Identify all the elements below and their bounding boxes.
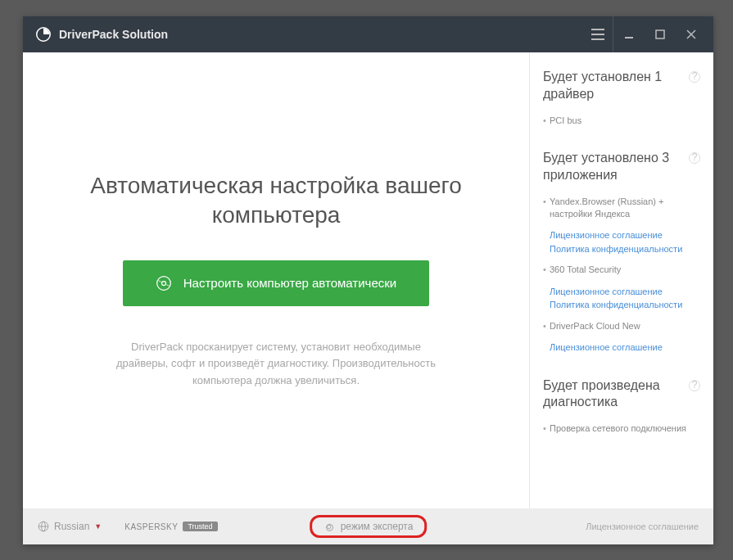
license-link[interactable]: Лицензионное соглашение	[543, 285, 700, 299]
maximize-button[interactable]	[645, 16, 676, 52]
privacy-link[interactable]: Политика конфиденциальности	[543, 298, 700, 312]
minimize-icon	[623, 29, 635, 40]
app-item: Yandex.Browser (Russian) + настройки Янд…	[543, 196, 700, 256]
main-panel: Автоматическая настройка вашего компьюте…	[23, 52, 529, 508]
globe-icon	[38, 521, 49, 532]
driver-item: PCI bus	[543, 115, 700, 127]
chevron-down-icon: ▼	[94, 522, 102, 531]
diag-title: Будет произведена диагностика	[543, 377, 684, 412]
app-title: DriverPack Solution	[59, 28, 168, 41]
license-link[interactable]: Лицензионное соглашение	[543, 228, 700, 242]
app-item: 360 Total Security Лицензионное соглашен…	[543, 264, 700, 311]
maximize-icon	[654, 29, 666, 40]
minimize-button[interactable]	[613, 16, 645, 52]
diagnostics-section: Будет произведена диагностика ? Проверка…	[543, 377, 700, 436]
svg-rect-1	[656, 30, 664, 38]
menu-button[interactable]	[582, 16, 613, 52]
main-description: DriverPack просканирует систему, установ…	[104, 339, 448, 390]
help-icon[interactable]: ?	[689, 380, 700, 391]
expert-label: режим эксперта	[341, 521, 414, 532]
drivers-title: Будет установлен 1 драйвер	[543, 69, 684, 103]
apps-title: Будет установлено 3 приложения	[543, 150, 684, 184]
license-agreement-link[interactable]: Лицензионное соглашение	[586, 522, 699, 531]
app-item: DriverPack Cloud New Лицензионное соглаш…	[543, 320, 700, 355]
footer: Russian ▼ KASPERSKY Trusted режим экспер…	[23, 508, 713, 544]
svg-point-3	[161, 281, 165, 285]
app-window: DriverPack Solution Автоматическая настр…	[23, 16, 713, 544]
close-button[interactable]	[676, 16, 707, 52]
gear-icon	[324, 522, 334, 532]
app-logo: DriverPack Solution	[36, 27, 168, 42]
help-icon[interactable]: ?	[689, 71, 700, 83]
apps-section: Будет установлено 3 приложения ? Yandex.…	[543, 150, 700, 355]
app-name: 360 Total Security	[543, 264, 700, 276]
auto-setup-button[interactable]: Настроить компьютер автоматически	[123, 260, 429, 306]
language-label: Russian	[54, 521, 89, 532]
license-link[interactable]: Лицензионное соглашение	[543, 341, 700, 355]
close-icon	[685, 29, 697, 40]
app-name: Yandex.Browser (Russian) + настройки Янд…	[543, 196, 700, 221]
kaspersky-label: KASPERSKY	[124, 522, 178, 531]
trusted-text: Trusted	[183, 522, 217, 531]
hamburger-icon	[591, 29, 604, 40]
sidebar: Будет установлен 1 драйвер ? PCI bus Буд…	[529, 52, 713, 508]
expert-mode-button[interactable]: режим эксперта	[310, 515, 428, 538]
svg-point-2	[156, 276, 170, 290]
drivers-section: Будет установлен 1 драйвер ? PCI bus	[543, 69, 700, 127]
language-selector[interactable]: Russian ▼	[38, 521, 102, 532]
diag-item: Проверка сетевого подключения	[543, 422, 700, 435]
help-icon[interactable]: ?	[689, 152, 700, 164]
trusted-badge: KASPERSKY Trusted	[124, 522, 217, 531]
privacy-link[interactable]: Политика конфиденциальности	[543, 242, 700, 256]
main-title: Автоматическая настройка вашего компьюте…	[72, 171, 480, 231]
cta-label: Настроить компьютер автоматически	[183, 276, 396, 290]
disc-icon	[156, 275, 172, 291]
logo-icon	[36, 27, 51, 42]
app-name: DriverPack Cloud New	[543, 320, 700, 332]
titlebar: DriverPack Solution	[23, 16, 713, 52]
